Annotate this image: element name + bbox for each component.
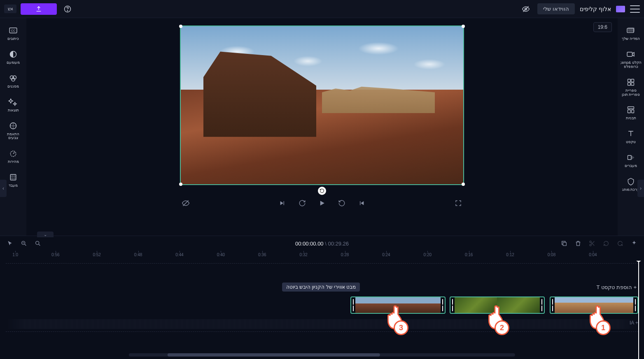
expand-left-panel[interactable]: › [0,180,7,197]
ruler-tick: 0:36 [258,252,266,257]
svg-rect-7 [628,79,631,82]
ruler-tick: 0:48 [134,252,142,257]
clip-trim-right[interactable] [633,297,637,313]
sidebar-library[interactable]: ספריית ספריית תוכן [618,76,643,99]
transitions-icon [626,153,636,162]
undo-button[interactable] [602,239,610,248]
video-clip-1[interactable] [550,296,638,314]
upload-icon [35,6,42,12]
rotate-handle[interactable] [318,187,326,195]
delete-button[interactable] [574,239,582,248]
sidebar-effects[interactable]: תוצאות [1,95,26,114]
svg-point-28 [36,241,39,245]
export-button[interactable] [21,3,57,15]
cursor-tool[interactable] [6,239,14,248]
visibility-icon[interactable] [519,2,532,16]
top-bar: אלוף קליפים הווידאו שלי צא [0,0,644,18]
split-button[interactable] [588,239,596,248]
aspect-ratio-badge[interactable]: 19:6 [593,22,612,32]
export-badge[interactable]: צא [4,5,16,13]
preview-toggle-icon[interactable] [180,197,191,209]
sidebar-color[interactable]: התאמת צבעים [1,119,26,142]
video-track[interactable]: 1 2 3 [6,295,638,315]
timeline-scrollbar[interactable] [129,353,515,357]
duplicate-button[interactable] [560,239,568,248]
svg-rect-5 [628,28,635,32]
redo-button[interactable] [616,239,624,248]
clip-trim-left[interactable] [351,297,355,313]
zoom-fit-tool[interactable] [20,239,28,248]
forward-button[interactable] [296,197,308,209]
captions-icon: CC [8,25,18,35]
project-title: אלוף קליפים [580,6,611,12]
sidebar-filters[interactable]: מסננים [1,72,26,90]
ruler-tick: 0:24 [382,252,390,257]
svg-rect-6 [627,52,632,57]
audio-ai-button[interactable]: + AI [630,320,638,326]
ruler-tick: 0:44 [175,252,183,257]
clip-trim-left[interactable] [551,297,555,313]
video-clip-2[interactable] [450,296,544,314]
svg-rect-27 [563,242,566,246]
sidebar-record[interactable]: הקלט &amp; כרופפלפ [618,48,643,71]
svg-point-26 [590,244,591,246]
camera-icon [626,49,636,59]
sidebar-text[interactable]: טקסט [618,127,643,146]
color-icon [8,121,18,131]
resize-handle-br[interactable] [179,183,182,186]
skip-start-button[interactable] [356,197,367,209]
sidebar-audio[interactable]: מעומעם [1,48,26,67]
empty-track[interactable] [6,263,638,282]
video-preview[interactable] [180,25,464,185]
resize-handle-tr[interactable] [179,25,182,28]
sidebar-speed[interactable]: מהירות [1,147,26,166]
rewind-button[interactable] [336,197,348,209]
timeline-toolbar: 00:00:00.00 \ 00:29.26 [0,236,644,251]
audio-icon [8,49,18,59]
clip-trim-right[interactable] [540,297,544,313]
ruler-tick: 0:04 [589,252,597,257]
svg-point-3 [67,10,68,11]
playhead[interactable] [638,261,639,359]
sidebar-transitions[interactable]: מעברים [618,151,643,170]
ruler-tick: 1:0 [12,252,18,257]
clip-tooltip: מבט אווירי של הקניון היבש ביוטה [282,283,360,292]
sidebar-captions[interactable]: CC כיתובים [1,24,26,43]
timeline-tracks: + הוספת טקסט T מבט אווירי של הקניון היבש… [0,261,644,359]
collapse-timeline-button[interactable]: ⌄ [37,232,54,237]
ruler-tick: 0:32 [299,252,307,257]
empty-track-bottom[interactable] [6,331,638,344]
search-tool[interactable] [34,239,42,248]
fullscreen-button[interactable] [453,197,464,209]
expand-right-panel[interactable]: ‹ [637,180,644,197]
svg-rect-14 [628,155,631,160]
text-track[interactable]: + הוספת טקסט T מבט אווירי של הקניון היבש… [6,283,638,294]
play-button[interactable] [316,197,328,209]
clip-trim-right[interactable] [441,297,445,313]
video-clip-3[interactable] [350,296,445,314]
sidebar-your-media[interactable]: המדיה שלך [618,24,643,43]
skip-end-button[interactable] [277,197,288,209]
text-icon [626,129,636,139]
svg-rect-10 [631,83,634,86]
canvas-area: 19:6 [26,18,618,236]
clip-trim-left[interactable] [450,297,455,313]
timecode-display: 00:00:00.00 \ 00:29.26 [295,241,349,247]
main-area: המדיה שלך הקלט &amp; כרופפלפ ספריית ספרי… [0,18,644,236]
svg-rect-24 [10,175,16,180]
ruler-tick: 0:08 [548,252,555,257]
menu-button[interactable] [630,5,640,13]
svg-rect-13 [632,110,634,113]
brand-icon [626,176,636,186]
help-icon[interactable] [61,2,74,16]
my-video-button[interactable]: הווידאו שלי [537,3,575,14]
audio-waveform [6,319,638,329]
audio-track[interactable]: + AI [6,317,638,331]
magic-tool[interactable] [630,239,638,248]
resize-handle-tl[interactable] [462,25,465,28]
resize-handle-bl[interactable] [462,183,465,186]
right-sidebar: המדיה שלך הקלט &amp; כרופפלפ ספריית ספרי… [618,18,644,236]
sidebar-templates[interactable]: תבניות [618,103,643,122]
timeline-ruler[interactable]: 0:040:080:120:160:200:240:280:320:360:40… [0,251,644,261]
add-text-button[interactable]: + הוספת טקסט T [595,283,638,291]
